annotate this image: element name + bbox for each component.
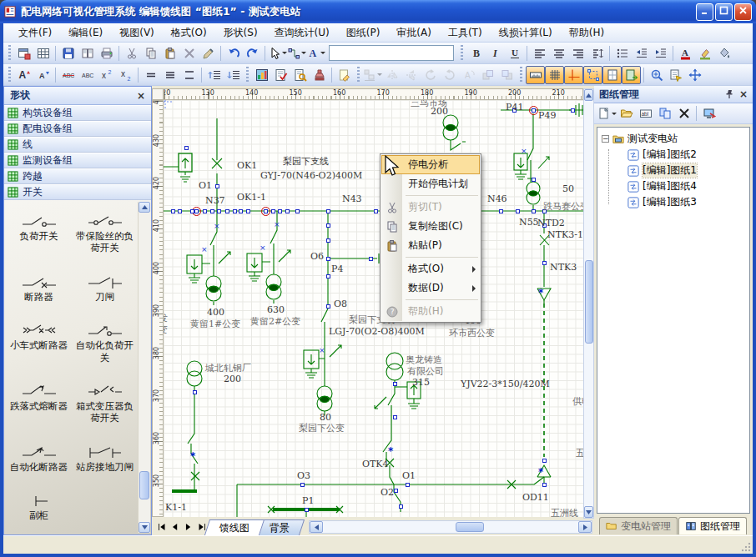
align-right-button[interactable]	[568, 44, 587, 63]
menu-item-9[interactable]: 工具(T)	[440, 23, 491, 43]
abc-format-button[interactable]: ABC	[78, 66, 97, 84]
align-shapes-button[interactable]	[363, 66, 382, 84]
italic-button[interactable]: I	[486, 44, 505, 63]
shape-item-3[interactable]: 断路器	[6, 274, 72, 303]
page-nav-first-button[interactable]	[155, 520, 169, 534]
context-menu-item-11[interactable]: ?帮助(H)	[381, 302, 480, 321]
drawing-canvas[interactable]: 停电分析开始停电计划剪切(T)复制绘图(C)粘贴(P)格式(O)数据(D)?帮助…	[164, 100, 583, 517]
send-back-button[interactable]	[497, 66, 517, 84]
rotate-right-button[interactable]	[440, 66, 459, 84]
open-drawing-button[interactable]	[617, 104, 636, 123]
format-painter-button[interactable]	[199, 44, 218, 63]
scroll-up-icon[interactable]	[584, 89, 593, 101]
vertical-text-button[interactable]	[587, 44, 607, 63]
font-decrease-button[interactable]: A	[33, 66, 53, 84]
rename-drawing-button[interactable]: abl	[636, 104, 655, 123]
save-button[interactable]	[58, 44, 78, 63]
shape-item-9[interactable]: 自动化断路器	[6, 444, 72, 473]
underline-button[interactable]: U	[505, 44, 524, 63]
page-nav-next-button[interactable]	[182, 520, 195, 534]
menu-item-11[interactable]: 帮助(H)	[561, 23, 612, 43]
ruler-toggle-button[interactable]	[526, 66, 545, 84]
shape-item-10[interactable]: 站房接地刀闸	[72, 444, 138, 473]
shapes-scrollbar[interactable]	[138, 202, 150, 533]
zoom-fit-button[interactable]	[647, 66, 666, 84]
resize-grip[interactable]	[740, 541, 751, 552]
shape-item-8[interactable]: 箱式变压器负荷开关	[72, 384, 138, 424]
shape-group-1[interactable]: 构筑设备组	[4, 105, 151, 121]
flip-vertical-button[interactable]	[401, 66, 421, 84]
indent-button[interactable]	[651, 44, 670, 63]
tree-item-drawing-4[interactable]: [编辑]图纸3	[597, 194, 749, 210]
selection-toggle-button[interactable]	[583, 66, 602, 84]
undo-button[interactable]	[224, 44, 243, 63]
shape-group-6[interactable]: 开关	[4, 184, 151, 200]
note-edit-button[interactable]	[335, 66, 354, 84]
superscript-button[interactable]: x2	[97, 66, 116, 84]
scroll-up-icon[interactable]	[139, 202, 150, 213]
scroll-down-icon[interactable]	[584, 506, 593, 518]
maximize-button[interactable]	[715, 3, 733, 21]
menu-item-5[interactable]: 形状(S)	[215, 23, 266, 43]
shape-group-2[interactable]: 配电设备组	[4, 121, 151, 137]
menu-item-10[interactable]: 线损计算(L)	[491, 23, 561, 43]
bullets-button[interactable]	[612, 44, 632, 63]
dropdown-arrow-icon[interactable]	[320, 52, 325, 54]
subscript-button[interactable]: x2	[116, 66, 135, 84]
side-tab-2[interactable]: 图纸管理	[678, 517, 747, 534]
properties-button[interactable]	[666, 66, 685, 84]
rotate-left-button[interactable]	[421, 66, 440, 84]
search-sheet-button[interactable]	[290, 66, 310, 84]
copy-drawing-button[interactable]	[655, 104, 674, 123]
connector-button[interactable]	[287, 44, 306, 63]
para-space-down-button[interactable]	[224, 66, 243, 84]
tree-root-substation[interactable]: −测试变电站	[597, 131, 749, 147]
view-form-button[interactable]	[14, 44, 33, 63]
para-space-up-button[interactable]	[204, 66, 224, 84]
align-left-button[interactable]	[530, 44, 549, 63]
menu-item-8[interactable]: 审批(A)	[388, 23, 440, 43]
delete-drawing-button[interactable]	[674, 104, 693, 123]
fill-color-button[interactable]	[714, 44, 733, 63]
shape-item-2[interactable]: 带保险丝的负荷开关	[72, 213, 138, 254]
toolbar-grip[interactable]	[8, 45, 11, 62]
shape-group-4[interactable]: 监测设备组	[4, 153, 151, 168]
line-spacing-1-button[interactable]	[141, 66, 160, 84]
pages-button[interactable]	[78, 44, 97, 63]
tree-item-drawing-1[interactable]: [编辑]图纸2	[597, 147, 749, 163]
page-toggle-button[interactable]	[602, 66, 622, 84]
guides-toggle-button[interactable]	[564, 66, 583, 84]
context-menu-item-5[interactable]: 复制绘图(C)	[381, 217, 480, 236]
menu-item-6[interactable]: 查询统计(U)	[266, 23, 338, 43]
highlight-button[interactable]	[695, 44, 714, 63]
pointer-button[interactable]	[268, 44, 287, 63]
strikethrough-button[interactable]: ABC	[58, 66, 78, 84]
shape-item-4[interactable]: 刀闸	[72, 274, 138, 303]
scroll-right-icon[interactable]	[578, 521, 592, 533]
canvas-vertical-scrollbar[interactable]	[583, 88, 594, 519]
collapse-icon[interactable]: −	[602, 135, 609, 143]
copy-button[interactable]	[141, 44, 160, 63]
menu-item-4[interactable]: 格式(O)	[163, 23, 215, 43]
scroll-left-icon[interactable]	[310, 521, 323, 533]
shape-group-5[interactable]: 跨越	[4, 168, 151, 184]
line-spacing-15-button[interactable]	[160, 66, 179, 84]
context-menu-item-9[interactable]: 数据(D)	[381, 278, 480, 298]
drawings-panel-close-icon[interactable]: ×	[739, 88, 748, 100]
scroll-thumb[interactable]	[139, 471, 149, 499]
font-increase-button[interactable]: A	[14, 66, 33, 84]
menu-item-7[interactable]: 图纸(P)	[338, 23, 389, 43]
export-drawing-button[interactable]	[699, 104, 718, 123]
close-button[interactable]	[734, 3, 752, 21]
toolbar-grip[interactable]	[357, 67, 360, 83]
rotate-text-button[interactable]: A	[459, 66, 478, 84]
toolbar-grip[interactable]	[246, 67, 249, 83]
shape-item-6[interactable]: 自动化负荷开关	[72, 323, 138, 364]
shapes-panel-close-icon[interactable]: ×	[137, 90, 145, 102]
font-color-button[interactable]: A	[676, 44, 695, 63]
scroll-thumb[interactable]	[585, 260, 593, 344]
toolbar-grip[interactable]	[461, 45, 463, 62]
shape-item-1[interactable]: 负荷开关	[6, 213, 72, 254]
tree-item-drawing-3[interactable]: [编辑]图纸4	[597, 178, 749, 194]
context-menu-item-8[interactable]: 格式(O)	[381, 259, 480, 278]
